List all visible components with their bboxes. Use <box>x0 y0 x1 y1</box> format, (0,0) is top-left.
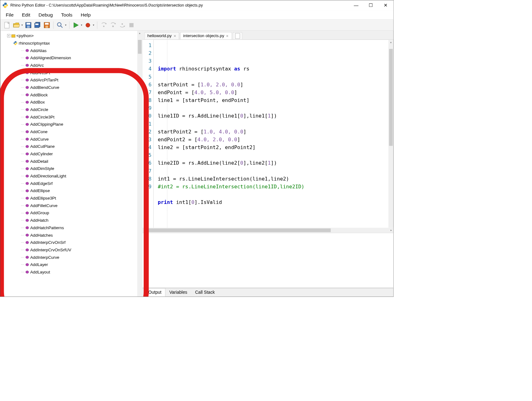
tree-item-addellipse[interactable]: ⋯AddEllipse <box>7 187 142 195</box>
svg-point-0 <box>4 3 5 4</box>
tree-item-addbox[interactable]: ⋯AddBox <box>7 99 142 106</box>
tree-dash-icon: ⋯ <box>21 180 24 187</box>
method-icon <box>26 49 29 52</box>
new-tab-button[interactable] <box>233 32 242 40</box>
stop-button[interactable] <box>127 21 136 29</box>
tree-item-adddimstyle[interactable]: ⋯AddDimStyle <box>7 165 142 172</box>
api-tree[interactable]: + <python> rhinoscriptsyntax ⋯AddAlias⋯A… <box>0 31 142 296</box>
save-as-button[interactable] <box>43 21 51 29</box>
method-icon <box>26 256 29 259</box>
scroll-thumb[interactable] <box>138 40 142 54</box>
tree-item-addellipse3pt[interactable]: ⋯AddEllipse3Pt <box>7 195 142 202</box>
step-into-button[interactable] <box>99 21 108 29</box>
scroll-left-icon[interactable]: ◂ <box>142 229 147 232</box>
tree-item-addinterpcurve[interactable]: ⋯AddInterpCurve <box>7 254 142 261</box>
tree-item-addblock[interactable]: ⋯AddBlock <box>7 91 142 99</box>
tree-item-addhatch[interactable]: ⋯AddHatch <box>7 217 142 224</box>
minimize-button[interactable]: — <box>352 2 360 9</box>
menu-file[interactable]: File <box>6 12 14 18</box>
tree-root-rhinoscript[interactable]: rhinoscriptsyntax <box>7 40 142 47</box>
tree-dash-icon: ⋯ <box>21 62 24 69</box>
scroll-up-icon[interactable]: ▴ <box>388 40 393 44</box>
find-dropdown-icon[interactable]: ▼ <box>65 24 67 26</box>
tree-item-addaligneddimension[interactable]: ⋯AddAlignedDimension <box>7 54 142 62</box>
tab-close-icon[interactable]: ✕ <box>226 34 229 38</box>
method-icon <box>26 270 29 273</box>
editor-scrollbar-h[interactable]: ◂ ▸ <box>142 228 393 233</box>
step-over-button[interactable] <box>109 21 117 29</box>
tree-item-adddirectionallight[interactable]: ⋯AddDirectionalLight <box>7 172 142 180</box>
run-dropdown-icon[interactable]: ▼ <box>80 24 83 26</box>
tree-dash-icon: ⋯ <box>21 254 24 261</box>
tree-item-addcircle[interactable]: ⋯AddCircle <box>7 106 142 114</box>
output-tab-variables[interactable]: Variables <box>165 288 191 297</box>
tree-item-addalias[interactable]: ⋯AddAlias <box>7 47 142 54</box>
tab-intersection[interactable]: intersection objects.py ✕ <box>180 32 232 40</box>
tree-root-python[interactable]: + <python> <box>7 32 142 40</box>
tree-item-addlayer[interactable]: ⋯AddLayer <box>7 261 142 268</box>
tree-item-addarcpttanpt[interactable]: ⋯AddArcPtTanPt <box>7 76 142 84</box>
python-icon <box>13 41 18 46</box>
editor-scrollbar-v[interactable]: ▴ <box>388 40 393 228</box>
scroll-right-icon[interactable]: ▸ <box>389 229 394 232</box>
tree-item-adddetail[interactable]: ⋯AddDetail <box>7 157 142 165</box>
svg-marker-31 <box>26 94 29 96</box>
breakpoint-dropdown-icon[interactable]: ▼ <box>93 24 95 26</box>
svg-marker-37 <box>26 138 29 141</box>
tree-item-label: AddClippingPlane <box>30 121 63 128</box>
step-out-button[interactable] <box>118 21 127 29</box>
output-tab-output[interactable]: Output <box>144 288 165 297</box>
tree-item-addcone[interactable]: ⋯AddCone <box>7 128 142 136</box>
run-button[interactable] <box>72 21 80 29</box>
svg-marker-55 <box>26 271 29 273</box>
tree-item-addcurve[interactable]: ⋯AddCurve <box>7 135 142 143</box>
tree-item-addgroup[interactable]: ⋯AddGroup <box>7 209 142 217</box>
tree-item-label: AddDirectionalLight <box>30 172 66 180</box>
code-content[interactable]: import rhinoscriptsyntax as rs startPoin… <box>154 40 394 228</box>
tree-item-addcutplane[interactable]: ⋯AddCutPlane <box>7 143 142 150</box>
tree-item-addhatches[interactable]: ⋯AddHatches <box>7 231 142 239</box>
open-dropdown-icon[interactable]: ▼ <box>21 24 23 26</box>
tree-item-label: AddBlendCurve <box>30 84 59 91</box>
new-file-button[interactable] <box>3 21 12 29</box>
breakpoint-button[interactable] <box>84 21 92 29</box>
tree-dash-icon: ⋯ <box>21 143 24 150</box>
sidebar-scrollbar[interactable]: ▴ <box>137 31 142 296</box>
close-button[interactable]: ✕ <box>382 2 389 9</box>
tree-item-addfilletcurve[interactable]: ⋯AddFilletCurve <box>7 202 142 210</box>
tab-close-icon[interactable]: ✕ <box>174 34 176 38</box>
tree-item-addarc[interactable]: ⋯AddArc <box>7 62 142 69</box>
find-button[interactable] <box>56 21 64 29</box>
tree-item-addinterpcrvonsrfuv[interactable]: ⋯AddInterpCrvOnSrfUV <box>7 246 142 254</box>
save-all-button[interactable] <box>33 21 42 29</box>
scroll-thumb[interactable] <box>389 49 393 146</box>
tree-item-addcylinder[interactable]: ⋯AddCylinder <box>7 150 142 158</box>
svg-rect-12 <box>46 26 48 28</box>
tree-item-addarc3pt[interactable]: ⋯AddArc3Pt <box>7 69 142 76</box>
expand-icon[interactable]: + <box>7 34 10 37</box>
tree-dash-icon: ⋯ <box>21 261 24 268</box>
output-tab-callstack[interactable]: Call Stack <box>191 288 218 297</box>
method-icon <box>26 86 29 89</box>
tree-item-addhatchpatterns[interactable]: ⋯AddHatchPatterns <box>7 224 142 232</box>
tree-item-addcircle3pt[interactable]: ⋯AddCircle3Pt <box>7 113 142 121</box>
open-file-button[interactable] <box>12 21 21 29</box>
tree-item-addlayout[interactable]: ⋯AddLayout <box>7 268 142 276</box>
maximize-button[interactable]: ☐ <box>367 2 375 9</box>
svg-marker-52 <box>26 249 29 251</box>
tree-item-addblendcurve[interactable]: ⋯AddBlendCurve <box>7 84 142 91</box>
save-button[interactable] <box>24 21 33 29</box>
menu-help[interactable]: Help <box>81 12 91 18</box>
menu-edit[interactable]: Edit <box>22 12 30 18</box>
tab-helloworld[interactable]: helloworld.py ✕ <box>144 32 179 40</box>
menu-tools[interactable]: Tools <box>61 12 72 18</box>
tree-item-addclippingplane[interactable]: ⋯AddClippingPlane <box>7 121 142 128</box>
tree-item-addedgesrf[interactable]: ⋯AddEdgeSrf <box>7 180 142 187</box>
tree-item-addinterpcrvonsrf[interactable]: ⋯AddInterpCrvOnSrf <box>7 239 142 246</box>
scroll-thumb-h[interactable] <box>147 229 331 232</box>
method-icon <box>26 56 29 60</box>
scroll-up-icon[interactable]: ▴ <box>137 31 142 35</box>
tree-dash-icon: ⋯ <box>21 113 24 121</box>
menu-debug[interactable]: Debug <box>39 12 53 18</box>
code-editor[interactable]: 12345678910111213141516171819 import rhi… <box>142 40 393 228</box>
